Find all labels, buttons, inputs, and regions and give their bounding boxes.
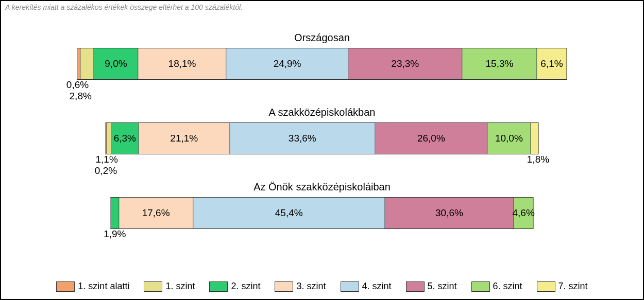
stacked-bar: 0,6%2,8%9,0%18,1%24,9%23,3%15,3%6,1% (77, 48, 567, 80)
bar-segment: 17,6% (119, 198, 193, 228)
segment-label: 1,9% (104, 228, 126, 240)
legend-swatch (144, 281, 162, 292)
bar-segment: 26,0% (375, 123, 487, 154)
legend-label: 5. szint (428, 281, 457, 292)
bar-segment: 24,9% (227, 48, 348, 79)
segment-label: 2,8% (70, 91, 92, 102)
chart-group: A szakközépiskolákban0,2%1,1%6,3%21,1%33… (1, 107, 643, 167)
legend-swatch (471, 281, 490, 292)
segment-label: 10,0% (495, 133, 523, 144)
bar-segment: 6,1% (537, 48, 567, 79)
chart-row: 1,9%17,6%45,4%30,6%4,6% (1, 197, 643, 241)
segment-label: 4,6% (512, 207, 534, 219)
legend-item: 7. szint (537, 281, 588, 292)
chart-group: Az Önök szakközépiskoláiban1,9%17,6%45,4… (1, 181, 643, 241)
segment-label: 9,0% (105, 58, 127, 69)
legend-swatch (341, 281, 359, 292)
chart-title: Országosan (1, 32, 643, 44)
bar-segment: 33,6% (230, 123, 375, 154)
legend: 1. szint alatti1. szint2. szint3. szint4… (1, 281, 643, 292)
segment-label: 24,9% (274, 58, 301, 69)
bar-segment: 4,6% (514, 198, 534, 228)
bar-segment: 18,1% (138, 48, 227, 79)
stacked-bar: 1,9%17,6%45,4%30,6%4,6% (111, 197, 534, 229)
chart-frame: A kerekítés miatt a százalékos értékek ö… (0, 0, 644, 300)
legend-item: 2. szint (209, 281, 260, 292)
bar-segment: 1,9% (111, 198, 120, 228)
legend-swatch (275, 281, 293, 292)
chart-row: 0,6%2,8%9,0%18,1%24,9%23,3%15,3%6,1% (1, 48, 643, 92)
legend-item: 1. szint (144, 281, 195, 292)
bar-segment: 30,6% (385, 198, 514, 228)
segment-label: 26,0% (417, 133, 445, 144)
segment-label: 0,6% (66, 79, 89, 91)
bar-segment: 6,3% (111, 123, 139, 154)
rounding-note: A kerekítés miatt a százalékos értékek ö… (1, 1, 643, 11)
legend-swatch (406, 281, 425, 292)
segment-label: 15,3% (486, 58, 514, 69)
legend-item: 3. szint (275, 281, 326, 292)
segment-label: 30,6% (435, 207, 463, 219)
bar-segment: 1,8% (531, 123, 538, 154)
legend-label: 6. szint (493, 281, 522, 292)
legend-item: 4. szint (341, 281, 392, 292)
segment-label: 45,4% (275, 207, 303, 219)
stacked-bar: 0,2%1,1%6,3%21,1%33,6%26,0%10,0%1,8% (106, 122, 539, 154)
bar-segment: 15,3% (462, 48, 537, 79)
legend-item: 6. szint (471, 281, 522, 292)
bar-segment: 9,0% (94, 48, 138, 79)
segment-label: 23,3% (391, 58, 419, 69)
segment-label: 18,1% (168, 58, 196, 69)
legend-swatch (209, 281, 228, 292)
bar-segment: 2,8% (80, 48, 94, 79)
bar-segment: 23,3% (348, 48, 462, 79)
chart-area: Országosan0,6%2,8%9,0%18,1%24,9%23,3%15,… (1, 32, 643, 256)
bar-segment: 21,1% (139, 123, 230, 154)
segment-label: 1,8% (527, 154, 549, 165)
segment-label: 6,3% (114, 133, 136, 144)
legend-label: 7. szint (558, 281, 588, 292)
legend-item: 1. szint alatti (56, 281, 129, 292)
chart-group: Országosan0,6%2,8%9,0%18,1%24,9%23,3%15,… (1, 32, 643, 92)
legend-label: 3. szint (296, 281, 326, 292)
legend-label: 4. szint (362, 281, 392, 292)
legend-swatch (537, 281, 555, 292)
segment-label: 33,6% (289, 133, 316, 144)
bar-segment: 10,0% (487, 123, 531, 154)
segment-label: 6,1% (540, 58, 563, 69)
bar-segment: 1,1% (107, 123, 111, 154)
segment-label: 1,1% (96, 154, 118, 165)
legend-label: 1. szint (165, 281, 195, 292)
legend-label: 2. szint (231, 281, 260, 292)
segment-label: 21,1% (170, 133, 198, 144)
chart-title: Az Önök szakközépiskoláiban (1, 181, 643, 193)
legend-swatch (56, 281, 75, 292)
bar-segment: 45,4% (193, 198, 385, 228)
chart-row: 0,2%1,1%6,3%21,1%33,6%26,0%10,0%1,8% (1, 122, 643, 167)
segment-label: 17,6% (142, 207, 170, 219)
legend-item: 5. szint (406, 281, 457, 292)
chart-title: A szakközépiskolákban (1, 107, 643, 118)
segment-label: 0,2% (95, 165, 117, 177)
legend-label: 1. szint alatti (78, 281, 129, 292)
